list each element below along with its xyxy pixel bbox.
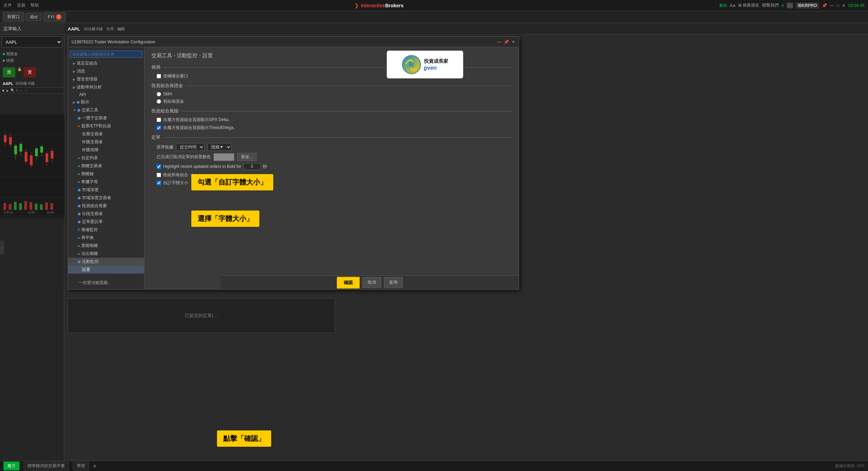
initial-margin-radio[interactable] xyxy=(157,99,161,104)
buy-button[interactable]: 買 xyxy=(3,67,15,77)
order-icon: 🔒 xyxy=(17,67,22,77)
nav-report-label: 報備監控 xyxy=(81,227,98,233)
svg-rect-22 xyxy=(45,153,48,162)
bottom-tab-2[interactable]: 標準模式的交易平臺 xyxy=(24,462,69,470)
dialog-pin[interactable]: 📌 xyxy=(504,40,509,44)
interactive-text: Interactive xyxy=(361,3,385,8)
nav-item-book[interactable]: 在冊交易者 xyxy=(68,130,144,138)
sort-by-select[interactable]: 提交時間 xyxy=(176,143,205,151)
sma-radio[interactable] xyxy=(157,92,161,96)
nav-item-law-options[interactable]: ● 法出期權 xyxy=(68,250,144,258)
second-bar: 新窗口 iBot FYI 5 xyxy=(0,11,868,23)
add-tab-bottom[interactable]: + xyxy=(93,463,96,469)
menu-trade[interactable]: 交易 xyxy=(17,2,25,8)
nav-item-settings[interactable]: 設置 xyxy=(68,266,144,274)
nav-item-news[interactable]: ▶ 消息 xyxy=(68,67,144,75)
maximize-icon[interactable]: □ xyxy=(837,3,839,8)
bottom-credit: 數據供應商: GFS xyxy=(835,463,865,469)
apply-button[interactable]: 套用 xyxy=(384,277,403,288)
green-icon: ● xyxy=(78,156,80,160)
confirm-button[interactable]: 確認 xyxy=(337,277,360,289)
chart-tool-3[interactable]: 🔍 xyxy=(10,88,15,92)
chart-tool-4[interactable]: + xyxy=(16,88,18,92)
orange-icon: ● xyxy=(78,124,80,128)
nav-item-api[interactable]: API xyxy=(68,91,144,98)
blue-dot-3 xyxy=(78,197,81,199)
close-window-icon[interactable]: ✕ xyxy=(842,3,845,8)
section-line-4 xyxy=(163,137,512,138)
menu-file[interactable]: 文件 xyxy=(3,2,12,8)
fyi-btn[interactable]: FYI 5 xyxy=(43,12,66,22)
chart-tool-1[interactable]: ■ xyxy=(2,88,4,92)
left-panel-collapse[interactable]: ‹ xyxy=(0,241,4,255)
theta-vega-checkbox[interactable] xyxy=(157,126,161,130)
minimize-icon[interactable]: — xyxy=(830,3,834,8)
nav-item-custom-list[interactable]: ● 自定列表 xyxy=(68,154,144,162)
columns-select[interactable]: 隱藏▼ xyxy=(207,143,232,151)
logo-text-container: 投資成長家 gven xyxy=(424,58,448,71)
new-window-btn[interactable]: 新窗口 xyxy=(3,12,24,22)
hash-icon: # xyxy=(782,3,784,8)
chart-area: 七月 26 12:00 14:00 xyxy=(0,114,64,219)
logo-name-text: 投資成長家 xyxy=(424,58,448,65)
chart-tool-5[interactable]: ← xyxy=(19,88,23,92)
chart-controls: AAPL 10分鐘 K線 xyxy=(0,79,64,87)
nav-item-order-ticket[interactable]: 定單委託單 xyxy=(68,218,144,226)
nav-item-forex-barrier[interactable]: 外匯坦障 xyxy=(68,146,144,154)
menu-help[interactable]: 幫助 xyxy=(31,2,39,8)
font-size-icon[interactable]: Aa xyxy=(730,3,735,8)
blue-dot-7 xyxy=(78,260,81,263)
nav-item-overview[interactable]: 一覽于交易者 xyxy=(68,114,144,122)
nav-greeks-label: 希臘字母 xyxy=(81,179,98,185)
bottom-tab-1[interactable]: 魔方 xyxy=(3,462,19,470)
custom-font-checkbox[interactable] xyxy=(157,181,161,185)
group-all-checkbox[interactable] xyxy=(157,173,161,177)
ibot-btn[interactable]: iBot xyxy=(26,13,42,21)
nav-item-portfolio-window[interactable]: 投資組合視窗 xyxy=(68,202,144,210)
spx-delta-checkbox[interactable] xyxy=(157,118,161,122)
page-edit: 編輯 xyxy=(117,26,125,32)
nav-item-sound[interactable]: ▶ 聲音管理器 xyxy=(68,75,144,83)
chart-tool-2[interactable]: ▲ xyxy=(6,88,9,92)
dialog-minimize[interactable]: — xyxy=(497,40,501,44)
nav-item-forex[interactable]: 外匯交易者 xyxy=(68,138,144,146)
nav-item-segment[interactable]: 分段交易者 xyxy=(68,210,144,218)
chart-tool-6[interactable]: → xyxy=(24,88,28,92)
nav-display-label: 顯示 xyxy=(81,99,89,105)
ticker-selector[interactable]: AAPL xyxy=(2,36,62,48)
nav-item-options-trader[interactable]: ● 期權交易者 xyxy=(68,162,144,170)
highlight-seconds-input[interactable] xyxy=(243,163,261,170)
nav-item-ticket-options[interactable]: ● 票期期權 xyxy=(68,242,144,250)
nav-item-etf[interactable]: ● 股票/ETF對比器 xyxy=(68,122,144,130)
section-order: 定單 xyxy=(151,134,512,140)
help-link[interactable]: 聯繫我們 xyxy=(762,2,779,8)
nav-opt-chain-label: 期權鏈 xyxy=(81,171,94,177)
nav-item-market-depth-trader[interactable]: 市場深度交易者 xyxy=(68,194,144,202)
svg-rect-34 xyxy=(50,203,53,210)
nav-item-display[interactable]: ▶ 顯示 xyxy=(68,98,144,106)
nav-item-rebalance[interactable]: ● 再平衡 xyxy=(68,234,144,242)
nav-item-report[interactable]: II 報備監控 xyxy=(68,226,144,234)
dialog-title-bar: U19876023 Trader Workstation Configurati… xyxy=(68,37,519,47)
nav-item-preset[interactable]: ▶ 規定定組合 xyxy=(68,59,144,67)
nav-item-options-chain[interactable]: ● 期權鏈 xyxy=(68,170,144,178)
cancel-button[interactable]: 取消 xyxy=(362,277,381,288)
nav-item-greeks[interactable]: ● 希臘字母 xyxy=(68,178,144,186)
nav-search-input[interactable] xyxy=(70,51,142,58)
bottom-tab-3[interactable]: 學習 xyxy=(73,462,89,470)
sell-button[interactable]: 賣 xyxy=(24,67,36,77)
nav-item-market-depth[interactable]: 市場深度 xyxy=(68,186,144,194)
account-id: ··· xyxy=(787,3,793,8)
dialog-close[interactable]: ✕ xyxy=(512,40,515,44)
section-layout-label: 佈局 xyxy=(151,64,160,70)
fixed-entry-label: 定單輸入 xyxy=(3,26,22,32)
section-portfolio-margin: 投資組合保證金 xyxy=(151,83,512,89)
highlight-checkbox[interactable] xyxy=(157,164,161,169)
layout-icon[interactable]: ⊞ 推薦朋友 xyxy=(738,2,759,8)
nav-item-trade-tools[interactable]: ▼ 交易工具 xyxy=(68,106,144,114)
fitting-window-checkbox[interactable] xyxy=(157,74,161,78)
pin-icon[interactable]: 📌 xyxy=(822,3,827,8)
change-color-btn[interactable]: 更改... xyxy=(237,153,257,161)
nav-item-activity-monitor[interactable]: 活動監控 xyxy=(68,258,144,266)
nav-item-volatility[interactable]: ▶ 波動率與分析 xyxy=(68,83,144,91)
